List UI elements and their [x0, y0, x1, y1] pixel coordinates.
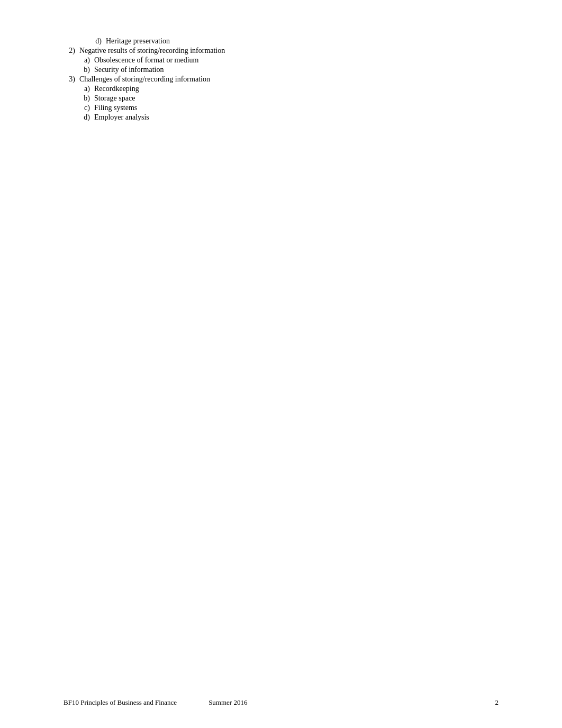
outline-list: d) Heritage preservation 2) Negative res…	[64, 37, 498, 122]
item-text: Negative results of storing/recording in…	[79, 47, 225, 54]
page: d) Heritage preservation 2) Negative res…	[0, 0, 562, 728]
sub-item-text: Employer analysis	[94, 113, 498, 122]
sub-list-item: a) Obsolescence of format or medium	[79, 56, 498, 65]
sub-item-text: Recordkeeping	[94, 85, 498, 93]
item-text: Challenges of storing/recording informat…	[79, 75, 210, 83]
footer-page-number: 2	[495, 698, 499, 707]
item-text-block: Negative results of storing/recording in…	[79, 47, 498, 74]
sub-list-item: d) Employer analysis	[79, 113, 498, 122]
item-marker: 3)	[64, 75, 79, 122]
sub-list-item: b) Security of information	[79, 66, 498, 74]
list-item: 2) Negative results of storing/recording…	[64, 47, 498, 74]
sub-item-marker: a)	[79, 56, 94, 65]
footer-term: Summer 2016	[209, 698, 247, 707]
sub-list-item: a) Recordkeeping	[79, 85, 498, 93]
indent-spacer	[64, 37, 90, 46]
sub-item-text: Security of information	[94, 66, 498, 74]
page-footer: BF10 Principles of Business and Finance …	[64, 698, 498, 707]
sub-item-marker: a)	[79, 85, 94, 93]
list-item: 3) Challenges of storing/recording infor…	[64, 75, 498, 122]
footer-course: BF10 Principles of Business and Finance	[64, 698, 177, 707]
sub-item-marker: b)	[79, 94, 94, 103]
item-marker: 2)	[64, 47, 79, 74]
content-area: d) Heritage preservation 2) Negative res…	[64, 37, 498, 122]
sub-item-text: Obsolescence of format or medium	[94, 56, 498, 65]
sub-list-item: c) Filing systems	[79, 104, 498, 112]
list-item: d) Heritage preservation	[64, 37, 498, 46]
sub-item-text: Filing systems	[94, 104, 498, 112]
sub-item-marker: c)	[79, 104, 94, 112]
item-text: Heritage preservation	[106, 37, 498, 46]
sub-list-item: b) Storage space	[79, 94, 498, 103]
sub-item-marker: b)	[79, 66, 94, 74]
sub-list: a) Recordkeeping b) Storage space c) Fil…	[79, 85, 498, 122]
footer-left: BF10 Principles of Business and Finance …	[64, 698, 247, 707]
sub-item-marker: d)	[79, 113, 94, 122]
sub-item-text: Storage space	[94, 94, 498, 103]
sub-list: a) Obsolescence of format or medium b) S…	[79, 56, 498, 74]
item-marker: d)	[90, 37, 106, 46]
item-text-block: Challenges of storing/recording informat…	[79, 75, 498, 122]
